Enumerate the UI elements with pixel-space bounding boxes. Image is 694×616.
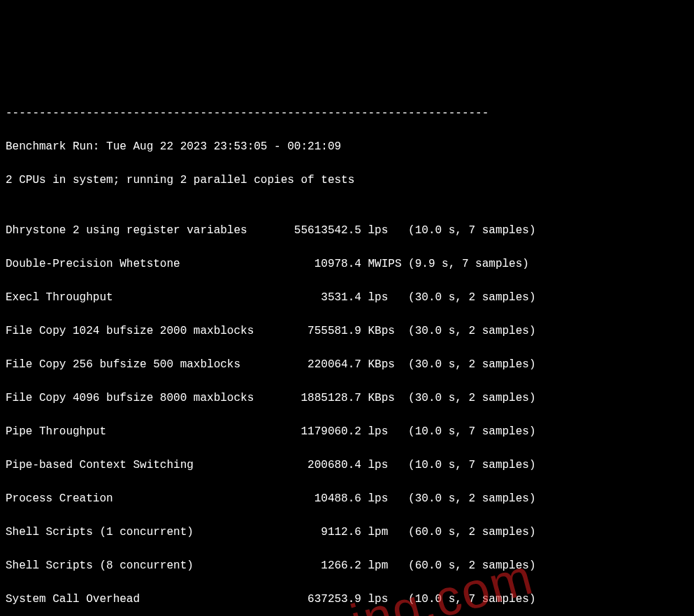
raw-result-row: Shell Scripts (8 concurrent) 1266.2 lpm … [6, 557, 688, 574]
benchmark-run-line: Benchmark Run: Tue Aug 22 2023 23:53:05 … [6, 138, 688, 155]
raw-result-row: Process Creation 10488.6 lps (30.0 s, 2 … [6, 490, 688, 507]
raw-result-row: File Copy 1024 bufsize 2000 maxblocks 75… [6, 323, 688, 339]
raw-result-row: File Copy 4096 bufsize 8000 maxblocks 18… [6, 390, 688, 406]
raw-result-row: Execl Throughput 3531.4 lps (30.0 s, 2 s… [6, 289, 688, 306]
raw-result-row: System Call Overhead 637253.9 lps (10.0 … [6, 591, 688, 608]
raw-result-row: Pipe-based Context Switching 200680.4 lp… [6, 457, 688, 474]
raw-result-row: Shell Scripts (1 concurrent) 9112.6 lpm … [6, 524, 688, 541]
raw-result-row: Dhrystone 2 using register variables 556… [6, 222, 688, 239]
raw-result-row: File Copy 256 bufsize 500 maxblocks 2200… [6, 356, 688, 373]
raw-result-row: Pipe Throughput 1179060.2 lps (10.0 s, 7… [6, 423, 688, 440]
separator-line: ----------------------------------------… [6, 105, 688, 122]
raw-result-row: Double-Precision Whetstone 10978.4 MWIPS… [6, 256, 688, 272]
terminal-output: ----------------------------------------… [0, 84, 694, 616]
cpu-info-line: 2 CPUs in system; running 2 parallel cop… [6, 172, 688, 189]
